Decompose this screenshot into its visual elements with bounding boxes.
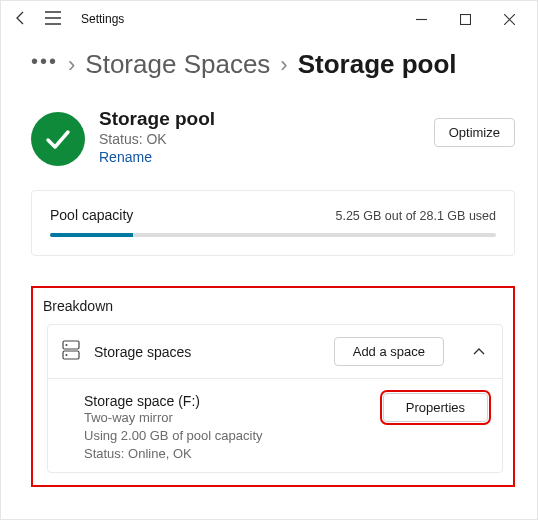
add-space-button[interactable]: Add a space [334, 337, 444, 366]
pool-status: Status: OK [99, 131, 215, 147]
breadcrumb-overflow[interactable]: ••• [31, 50, 58, 73]
breadcrumb-current: Storage pool [298, 49, 457, 80]
back-button[interactable] [13, 10, 29, 29]
maximize-button[interactable] [443, 1, 487, 37]
pool-capacity-card: Pool capacity 5.25 GB out of 28.1 GB use… [31, 190, 515, 256]
capacity-label: Pool capacity [50, 207, 133, 223]
hamburger-icon[interactable] [45, 11, 61, 28]
breadcrumb-storage-spaces[interactable]: Storage Spaces [85, 49, 270, 80]
drive-icon [62, 340, 80, 363]
optimize-button[interactable]: Optimize [434, 118, 515, 147]
space-name: Storage space (F:) [84, 393, 263, 409]
titlebar: Settings [1, 1, 537, 37]
storage-space-row: Storage space (F:) Two-way mirror Using … [48, 378, 502, 472]
breadcrumb: ••• › Storage Spaces › Storage pool [1, 37, 537, 98]
svg-point-3 [66, 344, 68, 346]
checkmark-ok-icon [31, 112, 85, 166]
chevron-right-icon: › [280, 52, 287, 78]
rename-link[interactable]: Rename [99, 149, 215, 165]
svg-rect-1 [63, 341, 79, 349]
breakdown-title: Breakdown [33, 298, 513, 320]
svg-point-4 [66, 354, 68, 356]
capacity-bar-fill [50, 233, 133, 237]
chevron-right-icon: › [68, 52, 75, 78]
breakdown-section: Breakdown Storage spaces Add a space [31, 286, 515, 487]
capacity-used-text: 5.25 GB out of 28.1 GB used [335, 209, 496, 223]
space-usage: Using 2.00 GB of pool capacity [84, 427, 263, 445]
storage-spaces-header[interactable]: Storage spaces Add a space [48, 325, 502, 378]
close-button[interactable] [487, 1, 531, 37]
properties-button[interactable]: Properties [383, 393, 488, 422]
pool-header: Storage pool Status: OK Rename Optimize [31, 98, 515, 190]
chevron-up-icon[interactable] [470, 345, 488, 359]
svg-rect-0 [460, 14, 470, 24]
space-status: Status: Online, OK [84, 445, 263, 463]
window-title: Settings [81, 12, 124, 26]
storage-spaces-label: Storage spaces [94, 344, 191, 360]
space-type: Two-way mirror [84, 409, 263, 427]
capacity-bar [50, 233, 496, 237]
pool-name: Storage pool [99, 108, 215, 130]
storage-spaces-card: Storage spaces Add a space Storage space… [47, 324, 503, 473]
svg-rect-2 [63, 351, 79, 359]
minimize-button[interactable] [399, 1, 443, 37]
